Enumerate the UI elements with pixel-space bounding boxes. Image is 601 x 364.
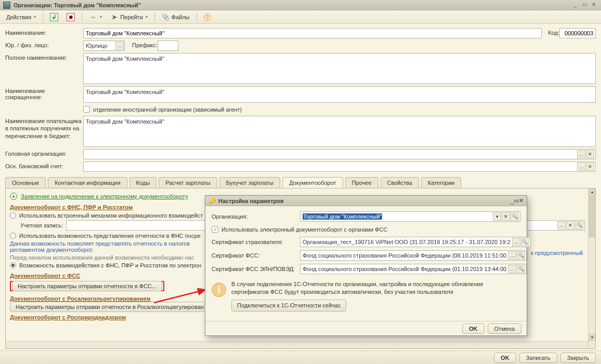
cert2-value: Фонд социального страхования Российской … bbox=[302, 252, 507, 259]
clear-button[interactable]: ✕ bbox=[566, 221, 574, 230]
radio-via-service[interactable] bbox=[10, 233, 16, 239]
fullname-label: Полное наименование: bbox=[5, 53, 83, 61]
scroll-thumb[interactable] bbox=[589, 196, 595, 237]
search-button[interactable]: 🔍 bbox=[575, 221, 583, 230]
configure-alco-button[interactable]: Настроить параметры отправки отчетности … bbox=[10, 302, 210, 312]
payer-input[interactable]: Торговый дом "Комплексный" bbox=[83, 116, 596, 147]
select-button[interactable]: … bbox=[557, 221, 566, 230]
dialog-footer: OK Отмена bbox=[205, 321, 527, 335]
payer-label: Наименование плательщика в платежных пор… bbox=[5, 116, 83, 140]
clear-button[interactable]: ✕ bbox=[586, 163, 594, 171]
bank-account-label: Осн. банковский счет: bbox=[5, 161, 83, 169]
save-button[interactable]: ■ bbox=[63, 12, 78, 22]
cert2-input[interactable]: Фонд социального страхования Российской … bbox=[300, 250, 527, 261]
restore-button[interactable]: ▭ bbox=[580, 2, 589, 9]
tab-categories[interactable]: Категории bbox=[421, 177, 462, 188]
goto-icon: ➤ bbox=[110, 13, 119, 21]
clear-button[interactable]: ✕ bbox=[586, 150, 594, 158]
main-close-button[interactable]: Закрыть bbox=[560, 353, 596, 363]
account-input[interactable] bbox=[66, 220, 212, 231]
scroll-down-button[interactable]: ▾ bbox=[589, 334, 595, 341]
foreign-branch-label: отделение иностранной организации (завис… bbox=[93, 106, 242, 113]
head-org-input[interactable]: … ✕ bbox=[83, 149, 596, 159]
actions-menu[interactable]: Действия ▾ bbox=[3, 12, 39, 22]
tab-properties[interactable]: Свойства bbox=[381, 177, 419, 188]
bottom-bar: OK Записать Закрыть bbox=[0, 350, 601, 364]
dialog-ok-button[interactable]: OK bbox=[462, 323, 485, 334]
actions-label: Действия bbox=[6, 14, 31, 20]
dialog-maximize-button[interactable]: ▭ bbox=[514, 197, 519, 204]
goto-menu[interactable]: ➤ Перейти ▾ bbox=[107, 12, 151, 22]
key-icon: 🔑 bbox=[208, 197, 216, 205]
dlg-org-label: Организация: bbox=[212, 213, 300, 220]
tab-docflow[interactable]: Документооборот bbox=[282, 177, 343, 188]
minimize-button[interactable]: _ bbox=[571, 2, 579, 9]
refresh-button[interactable]: ↔▾ bbox=[86, 12, 105, 22]
horizontal-scrollbar[interactable] bbox=[6, 341, 588, 348]
fullname-input[interactable]: Торговый дом "Комплексный" bbox=[83, 53, 596, 84]
radio-via-service-label: Использовать возможность представления о… bbox=[19, 233, 201, 239]
main-ok-button[interactable]: OK bbox=[494, 353, 516, 363]
select-open-button[interactable]: … bbox=[115, 42, 124, 50]
prefix-input[interactable] bbox=[158, 41, 178, 51]
separator bbox=[43, 12, 43, 22]
search-button[interactable]: 🔍 bbox=[517, 265, 525, 273]
tab-payroll-acc[interactable]: Бухучет зарплаты bbox=[219, 177, 281, 188]
foreign-branch-checkbox[interactable] bbox=[83, 106, 90, 113]
close-button[interactable]: ✕ bbox=[590, 2, 598, 9]
shortname-input[interactable]: Торговый дом "Комплексный" bbox=[83, 86, 596, 103]
dropdown-button[interactable]: ▾ bbox=[493, 212, 501, 221]
tab-main[interactable]: Основные bbox=[5, 177, 46, 188]
chevron-down-icon: ▾ bbox=[146, 15, 148, 19]
select-button[interactable]: … bbox=[577, 163, 585, 171]
legal-value: Юрлицо bbox=[86, 43, 108, 49]
tab-payroll[interactable]: Расчет зарплаты bbox=[159, 177, 217, 188]
main-write-button[interactable]: Записать bbox=[519, 353, 557, 363]
connect-1c-button[interactable]: Подключиться к 1С-Отчетности сейчас bbox=[231, 300, 346, 312]
dialog-close-button[interactable]: ✕ bbox=[519, 197, 524, 204]
bank-account-input[interactable]: … ✕ bbox=[83, 161, 596, 172]
tab-contacts[interactable]: Контактная информация bbox=[48, 177, 127, 188]
select-button[interactable]: … bbox=[512, 238, 520, 246]
tab-other[interactable]: Прочее bbox=[345, 177, 378, 188]
name-input[interactable] bbox=[83, 28, 542, 38]
search-button[interactable]: 🔍 bbox=[521, 238, 529, 246]
save-icon: ■ bbox=[67, 13, 75, 21]
partial-text: к предусмотренный bbox=[531, 250, 596, 256]
radio-interaction[interactable] bbox=[10, 262, 16, 268]
code-label: Код: bbox=[548, 28, 559, 36]
use-edo-checkbox[interactable]: ✓ bbox=[212, 226, 218, 233]
files-button[interactable]: 📎 Файлы bbox=[159, 12, 193, 22]
legal-select[interactable]: Юрлицо … bbox=[83, 41, 125, 51]
clear-button[interactable]: ✕ bbox=[502, 212, 510, 221]
application-link[interactable]: Заявление на подключение к электронному … bbox=[21, 193, 188, 199]
save-arrow-icon: ↲ bbox=[50, 13, 58, 21]
cert1-input[interactable]: Организация_тест_190716 ViPNet ООО (31.0… bbox=[300, 237, 531, 247]
vertical-scrollbar[interactable]: ▴ ▾ bbox=[588, 188, 595, 348]
help-icon: ? bbox=[204, 14, 211, 21]
separator bbox=[82, 12, 82, 22]
dialog-cancel-button[interactable]: Отмена bbox=[488, 323, 521, 334]
select-button[interactable]: … bbox=[508, 265, 516, 273]
legal-label: Юр. / физ. лицо: bbox=[5, 41, 83, 48]
search-button[interactable]: 🔍 bbox=[511, 212, 519, 221]
plus-icon: + bbox=[10, 193, 17, 200]
info-line1: В случае подключения 1С-Отчетности по ор… bbox=[231, 281, 484, 287]
tab-codes[interactable]: Коды bbox=[129, 177, 157, 188]
cert3-input[interactable]: Фонд социального страхования Российской … bbox=[300, 264, 527, 274]
save-and-close-button[interactable]: ↲ bbox=[47, 12, 61, 22]
dlg-org-input[interactable]: Торговый дом "Комплексный" ▾ ✕ 🔍 bbox=[300, 211, 520, 222]
dlg-org-value: Торговый дом "Комплексный" bbox=[303, 213, 382, 220]
window-titlebar: Организации: Торговый дом "Комплексный" … bbox=[0, 0, 601, 10]
info-icon: i bbox=[212, 282, 226, 297]
radio-builtin[interactable] bbox=[10, 212, 16, 219]
select-button[interactable]: … bbox=[508, 251, 516, 260]
code-input[interactable] bbox=[559, 28, 596, 38]
search-button[interactable]: 🔍 bbox=[517, 251, 525, 260]
files-label: Файлы bbox=[172, 14, 190, 20]
scroll-up-button[interactable]: ▴ bbox=[589, 189, 595, 195]
help-button[interactable]: ? bbox=[201, 12, 214, 22]
configure-fss-button[interactable]: Настроить параметры отправки отчетности … bbox=[12, 281, 162, 291]
select-button[interactable]: … bbox=[577, 150, 585, 158]
separator bbox=[197, 12, 197, 22]
